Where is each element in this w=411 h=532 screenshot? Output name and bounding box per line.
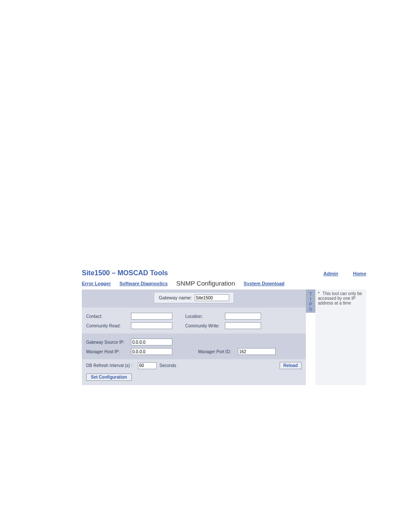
community-read-label: Community Read: — [86, 324, 131, 328]
manager-host-ip-label: Manager Host IP: — [86, 349, 131, 354]
db-refresh-input[interactable] — [138, 362, 157, 369]
gateway-name-label: Gateway name: — [159, 295, 192, 300]
gateway-source-ip-input[interactable] — [131, 339, 172, 345]
manager-host-ip-input[interactable] — [131, 348, 172, 355]
db-refresh-label: DB Refresh Interval (s) : — [86, 363, 138, 368]
db-refresh-unit: Seconds — [159, 363, 176, 368]
manager-port-id-label: Manager Port ID: — [198, 349, 238, 354]
gateway-source-ip-label: Gateway Source IP: — [86, 340, 131, 345]
tips-body: This tool can only be accessed by one IP… — [318, 291, 362, 305]
contact-section: Contact: Location: Community Read: Commu… — [82, 308, 306, 333]
contact-input[interactable] — [131, 313, 172, 320]
tips-letter: I — [306, 296, 315, 302]
home-link[interactable]: Home — [353, 271, 366, 276]
body: Gateway name: Contact: Location: Communi… — [82, 289, 366, 385]
set-configuration-button[interactable]: Set Configuration — [86, 373, 132, 381]
community-write-label: Community Write: — [185, 324, 225, 328]
manager-port-id-input[interactable] — [238, 348, 276, 355]
tips-label: T I P S — [306, 289, 315, 313]
page-title: Site1500 – MOSCAD Tools — [82, 269, 168, 277]
gateway-name-box: Gateway name: — [154, 292, 234, 303]
tool-nav: Error Logger Software Diagnostics SNMP C… — [82, 280, 366, 287]
tips-panel: T I P S * This tool can only be accessed… — [306, 289, 366, 385]
admin-link[interactable]: Admin — [324, 271, 338, 276]
header: Site1500 – MOSCAD Tools Admin Home — [82, 269, 366, 277]
main-panel: Gateway name: Contact: Location: Communi… — [82, 289, 306, 385]
gateway-name-section: Gateway name: — [82, 289, 306, 308]
gateway-name-input[interactable] — [195, 294, 229, 301]
location-label: Location: — [185, 314, 225, 319]
location-input[interactable] — [225, 313, 261, 320]
tips-letter: S — [306, 307, 315, 312]
contact-label: Contact: — [86, 314, 131, 319]
bullet-icon: * — [318, 291, 321, 296]
ip-section: Gateway Source IP: Manager Host IP: Mana… — [82, 333, 306, 359]
moscad-tools-panel: Site1500 – MOSCAD Tools Admin Home Error… — [82, 269, 366, 385]
header-links: Admin Home — [311, 269, 366, 277]
tips-letter: T — [306, 291, 315, 296]
community-write-input[interactable] — [225, 322, 261, 329]
nav-software-diagnostics[interactable]: Software Diagnostics — [119, 281, 168, 286]
refresh-section: DB Refresh Interval (s) : Seconds Reload… — [82, 359, 306, 385]
community-read-input[interactable] — [131, 322, 172, 329]
tips-text: * This tool can only be accessed by one … — [315, 289, 366, 385]
tips-letter: P — [306, 302, 315, 307]
reload-button[interactable]: Reload — [280, 362, 302, 369]
nav-system-download[interactable]: System Download — [244, 281, 285, 286]
nav-error-logger[interactable]: Error Logger — [82, 281, 111, 286]
nav-snmp-configuration: SNMP Configuration — [176, 280, 235, 287]
